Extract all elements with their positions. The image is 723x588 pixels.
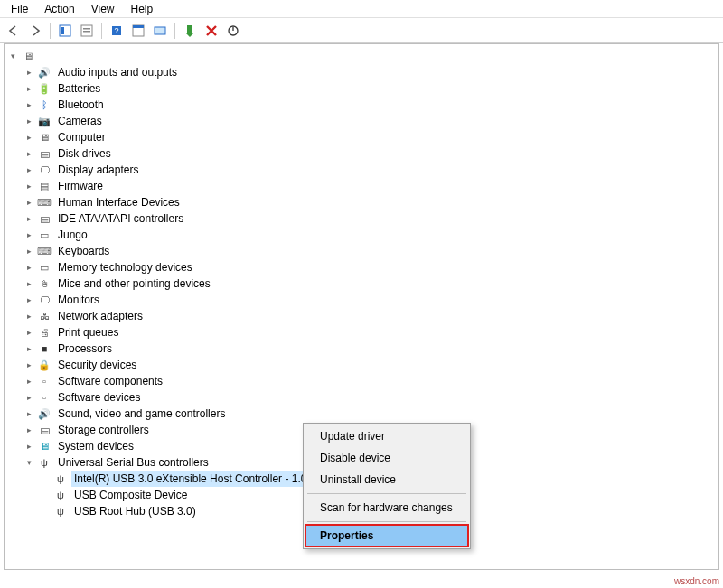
- ctx-disable-device[interactable]: Disable device: [305, 447, 468, 469]
- expander-icon[interactable]: ▾: [23, 456, 35, 469]
- category-icon: 🔊: [37, 65, 52, 79]
- separator: [50, 23, 51, 39]
- action-button[interactable]: [128, 21, 148, 41]
- uninstall-button[interactable]: [202, 21, 221, 41]
- category-icon: ▭: [37, 260, 52, 275]
- ctx-properties[interactable]: Properties: [305, 525, 468, 546]
- tree-category[interactable]: ▸■Processors: [6, 341, 717, 357]
- back-button[interactable]: [4, 21, 23, 41]
- tree-category[interactable]: ▸🖧Network adapters: [6, 308, 717, 324]
- category-icon: ▤: [37, 179, 52, 193]
- tree-category[interactable]: ▸ᛒBluetooth: [6, 97, 717, 113]
- tree-root[interactable]: ▾🖥: [6, 48, 717, 64]
- expander-icon[interactable]: ▸: [23, 407, 35, 420]
- category-icon: ■: [37, 341, 52, 356]
- tree-category[interactable]: ▸🔊Audio inputs and outputs: [6, 64, 717, 80]
- tree-category[interactable]: ▸▤Firmware: [6, 178, 717, 194]
- expander-icon[interactable]: ▸: [23, 294, 35, 306]
- expander-icon[interactable]: ▸: [23, 98, 35, 111]
- svg-text:?: ?: [114, 26, 118, 35]
- category-icon: 🖥: [37, 130, 52, 145]
- properties-button[interactable]: [77, 21, 97, 41]
- category-label: Processors: [55, 341, 115, 357]
- tree-category[interactable]: ▸🖵Display adapters: [6, 162, 717, 178]
- expander-icon[interactable]: ▸: [23, 147, 35, 160]
- expander-icon[interactable]: ▸: [23, 163, 35, 176]
- expander-icon[interactable]: ▸: [23, 229, 35, 241]
- scan-hardware-button[interactable]: [150, 21, 170, 41]
- category-label: Keyboards: [55, 243, 112, 259]
- category-icon: 🖴: [37, 423, 52, 437]
- tree-category[interactable]: ▸📷Cameras: [6, 113, 717, 129]
- expander-icon[interactable]: ▸: [23, 310, 35, 322]
- tree-category[interactable]: ▸🔊Sound, video and game controllers: [6, 406, 717, 422]
- menu-action[interactable]: Action: [37, 2, 81, 16]
- tree-category[interactable]: ▸⌨Keyboards: [6, 243, 717, 259]
- svg-rect-8: [133, 25, 144, 28]
- ctx-scan-hardware[interactable]: Scan for hardware changes: [305, 497, 468, 518]
- tree-category[interactable]: ▸🖥Computer: [6, 129, 717, 145]
- tree-category[interactable]: ▸▫Software components: [6, 373, 717, 389]
- category-icon: 🔋: [37, 81, 52, 96]
- category-label: Audio inputs and outputs: [55, 64, 180, 80]
- category-label: Network adapters: [55, 308, 146, 324]
- tree-category[interactable]: ▸🖴Disk drives: [6, 145, 717, 162]
- menu-bar: File Action View Help: [0, 0, 723, 18]
- update-driver-button[interactable]: [180, 21, 200, 41]
- expander-icon[interactable]: ▸: [23, 245, 35, 257]
- device-label: USB Root Hub (USB 3.0): [71, 503, 199, 519]
- tree-category[interactable]: ▸🔋Batteries: [6, 80, 717, 97]
- category-label: IDE ATA/ATAPI controllers: [55, 210, 186, 227]
- expander-icon[interactable]: ▸: [23, 359, 35, 371]
- tree-category[interactable]: ▸🖵Monitors: [6, 292, 717, 308]
- category-icon: 🖱: [37, 276, 52, 291]
- expander-icon[interactable]: ▸: [23, 326, 35, 339]
- tree-category[interactable]: ▸▭Memory technology devices: [6, 259, 717, 275]
- expander-icon[interactable]: ▸: [23, 212, 35, 225]
- tree-category[interactable]: ▸🔒Security devices: [6, 357, 717, 373]
- expander-icon[interactable]: ▸: [23, 277, 35, 290]
- category-label: Print queues: [55, 324, 121, 341]
- expander-icon[interactable]: ▸: [23, 115, 35, 127]
- help-button[interactable]: ?: [107, 21, 127, 41]
- show-hide-tree-button[interactable]: [55, 21, 75, 41]
- expander-icon[interactable]: ▸: [23, 66, 35, 79]
- device-label: USB Composite Device: [71, 487, 190, 503]
- tree-category[interactable]: ▸▫Software devices: [6, 389, 717, 406]
- category-icon: 📷: [37, 114, 52, 128]
- category-label: Software devices: [55, 389, 143, 406]
- category-label: System devices: [55, 438, 136, 454]
- menu-help[interactable]: Help: [124, 2, 161, 16]
- tree-category[interactable]: ▸🖨Print queues: [6, 324, 717, 341]
- expander-icon[interactable]: ▸: [23, 261, 35, 274]
- disable-button[interactable]: [223, 21, 243, 41]
- expander-icon[interactable]: ▸: [23, 82, 35, 95]
- category-icon: ▫: [37, 374, 52, 388]
- ctx-separator: [307, 493, 466, 494]
- tree-category[interactable]: ▸🖴IDE ATA/ATAPI controllers: [6, 210, 717, 227]
- ctx-update-driver[interactable]: Update driver: [305, 425, 468, 447]
- tree-category[interactable]: ▸⌨Human Interface Devices: [6, 194, 717, 210]
- expander-icon[interactable]: ▸: [23, 131, 35, 144]
- ctx-uninstall-device[interactable]: Uninstall device: [305, 469, 468, 490]
- expander-icon[interactable]: ▸: [23, 424, 35, 436]
- expander-icon[interactable]: ▸: [23, 196, 35, 209]
- forward-button[interactable]: [25, 21, 45, 41]
- category-label: Monitors: [55, 292, 102, 308]
- expander-icon[interactable]: ▸: [23, 180, 35, 192]
- category-icon: ▫: [37, 390, 52, 405]
- menu-view[interactable]: View: [84, 2, 122, 16]
- separator: [101, 23, 102, 39]
- tree-category[interactable]: ▸🖱Mice and other pointing devices: [6, 275, 717, 292]
- menu-file[interactable]: File: [4, 2, 35, 16]
- expander-icon[interactable]: ▸: [23, 375, 35, 387]
- category-icon: 🖵: [37, 163, 52, 177]
- tree-category[interactable]: ▸▭Jungo: [6, 227, 717, 243]
- expander-icon[interactable]: ▸: [23, 391, 35, 404]
- expander-icon[interactable]: ▸: [23, 440, 35, 453]
- watermark: wsxdn.com: [674, 576, 719, 586]
- expander-icon[interactable]: ▸: [23, 342, 35, 355]
- expander-icon[interactable]: ▾: [6, 50, 19, 62]
- category-label: Bluetooth: [55, 97, 107, 113]
- category-label: Sound, video and game controllers: [55, 406, 228, 422]
